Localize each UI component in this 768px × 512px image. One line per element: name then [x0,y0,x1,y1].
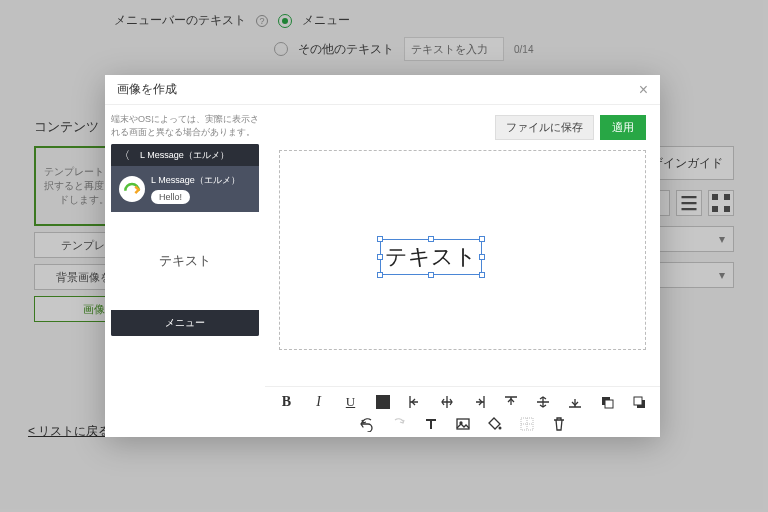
contact-name: L Message（エルメ） [151,174,240,187]
back-chevron-icon: 〈 [119,148,130,163]
text-box-content: テキスト [385,244,477,269]
save-to-file-button[interactable]: ファイルに保存 [495,115,594,140]
underline-icon[interactable]: U [342,393,360,411]
phone-preview: 〈 L Message（エルメ） L Message（エルメ） Hello! テ… [111,144,259,336]
italic-icon[interactable]: I [310,393,328,411]
apply-button[interactable]: 適用 [600,115,646,140]
resize-handle-se[interactable] [479,272,485,278]
phone-titlebar: 〈 L Message（エルメ） [111,144,259,166]
undo-icon[interactable] [358,415,376,433]
redo-icon[interactable] [390,415,408,433]
align-center-h-icon[interactable] [438,393,456,411]
grid-icon[interactable] [518,415,536,433]
modal-title: 画像を作成 [117,81,177,98]
send-back-icon[interactable] [630,393,648,411]
toolbar-row-2 [358,415,568,433]
contact-row: L Message（エルメ） Hello! [111,166,259,212]
close-icon[interactable]: × [639,82,648,98]
svg-point-11 [498,427,501,430]
resize-handle-s[interactable] [428,272,434,278]
preview-canvas: テキスト [111,212,259,310]
canvas-wrap: テキスト [265,146,660,386]
align-bottom-icon[interactable] [566,393,584,411]
modal-header: 画像を作成 × [105,75,660,105]
svg-rect-9 [457,419,469,429]
align-left-icon[interactable] [406,393,424,411]
fill-icon[interactable] [486,415,504,433]
color-swatch-icon[interactable] [374,393,392,411]
editor-toolbar: B I U [265,386,660,437]
preview-canvas-text: テキスト [159,252,211,270]
resize-handle-n[interactable] [428,236,434,242]
preview-column: 端末やOSによっては、実際に表示される画面と異なる場合があります。 〈 L Me… [105,105,265,437]
avatar [119,176,145,202]
selected-text-box[interactable]: テキスト [380,239,482,275]
phone-title: L Message（エルメ） [140,149,229,162]
bold-icon[interactable]: B [278,393,296,411]
phone-menu-bar: メニュー [111,310,259,336]
delete-icon[interactable] [550,415,568,433]
bring-front-icon[interactable] [598,393,616,411]
resize-handle-e[interactable] [479,254,485,260]
align-center-v-icon[interactable] [534,393,552,411]
align-top-icon[interactable] [502,393,520,411]
editor-column: ファイルに保存 適用 テキスト [265,105,660,437]
resize-handle-sw[interactable] [377,272,383,278]
create-image-modal: 画像を作成 × 端末やOSによっては、実際に表示される画面と異なる場合があります… [105,75,660,437]
editor-actions: ファイルに保存 適用 [265,105,660,146]
add-text-icon[interactable] [422,415,440,433]
svg-rect-8 [634,397,642,405]
chat-bubble: Hello! [151,190,190,204]
resize-handle-ne[interactable] [479,236,485,242]
preview-note: 端末やOSによっては、実際に表示される画面と異なる場合があります。 [111,113,259,138]
resize-handle-w[interactable] [377,254,383,260]
align-right-icon[interactable] [470,393,488,411]
toolbar-row-1: B I U [278,393,648,411]
svg-rect-6 [605,400,613,408]
resize-handle-nw[interactable] [377,236,383,242]
add-image-icon[interactable] [454,415,472,433]
editor-canvas[interactable]: テキスト [279,150,646,350]
